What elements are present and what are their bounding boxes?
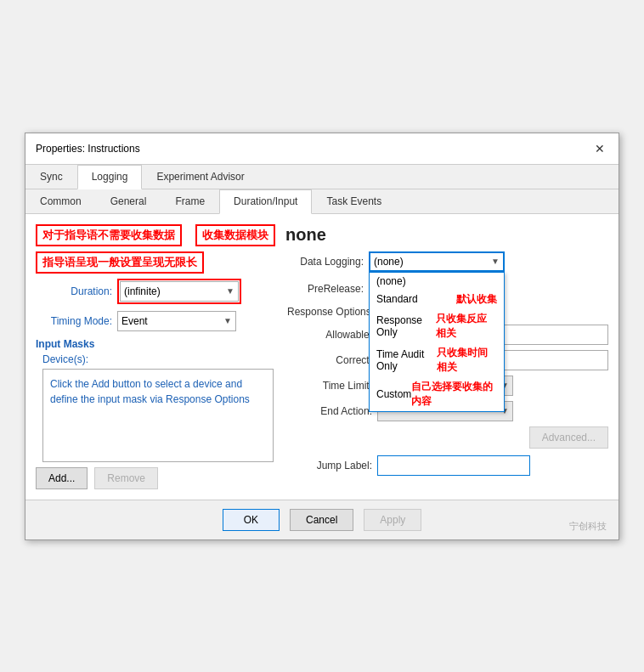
duration-chevron-icon: ▼ (226, 286, 234, 296)
dropdown-standard-label: Standard (376, 293, 418, 305)
timing-mode-row: Timing Mode: Event ▼ (36, 311, 274, 331)
data-logging-dropdown-container: (none) ▼ (none) Standard 默认收集 (369, 251, 505, 272)
dropdown-custom-label: Custom (376, 388, 411, 400)
tab-logging[interactable]: Logging (77, 165, 143, 189)
annotation-custom: 自己选择要收集的内容 (411, 380, 497, 409)
tab-row-1: Sync Logging Experiment Advisor (25, 165, 619, 189)
cancel-button[interactable]: Cancel (290, 509, 353, 531)
tab-duration-input[interactable]: Duration/Input (219, 189, 312, 214)
dropdown-response-only-label: Response Only (376, 314, 436, 338)
tab-common[interactable]: Common (25, 189, 96, 213)
correct-label: Correct: (287, 354, 372, 366)
prerelease-label: PreRelease: (287, 283, 364, 295)
dropdown-item-time-audit[interactable]: Time Audit Only 只收集时间相关 (370, 343, 504, 377)
bottom-buttons-row: OK Cancel Apply 宁创科技 (25, 500, 619, 539)
devices-label: Device(s): (42, 353, 268, 365)
data-logging-label: Data Logging: (287, 256, 364, 268)
annotation-collect-module: 收集数据模块 (202, 229, 268, 241)
time-limit-label: Time Limit: (287, 380, 372, 392)
devices-area: Device(s): Click the Add button to selec… (42, 353, 274, 462)
duration-label: Duration: (36, 285, 112, 297)
advanced-button[interactable]: Advanced... (529, 426, 608, 449)
data-logging-section: Data Logging: (none) ▼ (none) Standard (287, 251, 608, 272)
dropdown-item-response-only[interactable]: Response Only 只收集反应相关 (370, 309, 504, 343)
tab-frame[interactable]: Frame (161, 189, 219, 213)
timing-mode-select[interactable]: Event ▼ (117, 311, 236, 331)
response-options-label: Response Options: (287, 306, 374, 318)
duration-value: (infinite) (124, 285, 161, 297)
properties-dialog: Properties: Instructions ✕ Sync Logging … (25, 133, 619, 540)
jump-label-input[interactable] (377, 455, 530, 476)
input-masks-section: Input Masks Device(s): Click the Add but… (36, 338, 274, 489)
dropdown-time-audit-label: Time Audit Only (376, 348, 437, 372)
main-content: 对于指导语不需要收集数据 收集数据模块 none 指导语呈现一般设置呈现无限长 … (25, 214, 619, 500)
add-button[interactable]: Add... (36, 467, 88, 489)
close-button[interactable]: ✕ (591, 140, 608, 157)
dialog-title: Properties: Instructions (36, 143, 140, 155)
ok-button[interactable]: OK (223, 509, 280, 531)
duration-row: Duration: (infinite) ▼ (36, 279, 274, 304)
annotation-general-note: 指导语呈现一般设置呈现无限长 (42, 256, 197, 268)
dropdown-item-none[interactable]: (none) (370, 273, 504, 290)
data-logging-chevron-icon: ▼ (491, 257, 500, 266)
data-logging-select[interactable]: (none) ▼ (369, 251, 505, 272)
annotation-time-audit: 只收集时间相关 (437, 346, 497, 375)
dropdown-item-custom[interactable]: Custom 自己选择要收集的内容 (370, 377, 504, 411)
tab-task-events[interactable]: Task Events (312, 189, 396, 213)
annotation-standard: 默认收集 (456, 292, 497, 307)
timing-mode-value: Event (121, 315, 148, 327)
apply-button[interactable]: Apply (364, 509, 421, 531)
end-action-label: End Action: (287, 405, 372, 417)
remove-button[interactable]: Remove (94, 467, 158, 489)
input-masks-title: Input Masks (36, 338, 274, 350)
dropdown-item-standard[interactable]: Standard 默认收集 (370, 290, 504, 309)
jump-label-label: Jump Label: (287, 460, 372, 472)
timing-mode-label: Timing Mode: (36, 315, 112, 327)
right-column: Data Logging: (none) ▼ (none) Standard (287, 251, 608, 489)
annotation-top-red: 对于指导语不需要收集数据 (42, 229, 175, 241)
data-logging-dropdown-popup: (none) Standard 默认收集 Response Only 只收集反应… (369, 272, 505, 412)
duration-select[interactable]: (infinite) ▼ (120, 281, 239, 302)
left-column: 指导语呈现一般设置呈现无限长 Duration: (infinite) ▼ Ti… (36, 251, 274, 489)
annotation-response-only: 只收集反应相关 (436, 312, 497, 341)
jump-label-row: Jump Label: (287, 455, 608, 476)
device-box: Click the Add button to select a device … (42, 369, 274, 462)
tab-experiment-advisor[interactable]: Experiment Advisor (142, 165, 258, 189)
tab-sync[interactable]: Sync (25, 165, 77, 189)
data-logging-value: (none) (374, 256, 404, 268)
device-placeholder-text: Click the Add button to select a device … (50, 378, 250, 405)
device-btn-row: Add... Remove (36, 467, 274, 489)
watermark: 宁创科技 (569, 520, 607, 533)
tab-general[interactable]: General (96, 189, 161, 213)
title-bar: Properties: Instructions ✕ (25, 133, 619, 165)
tab-row-2: Common General Frame Duration/Input Task… (25, 189, 619, 214)
allowable-label: Allowable: (287, 329, 372, 341)
data-logging-row: Data Logging: (none) ▼ (none) Standard (287, 251, 608, 272)
timing-mode-chevron-icon: ▼ (223, 316, 232, 325)
none-label: none (285, 225, 326, 245)
